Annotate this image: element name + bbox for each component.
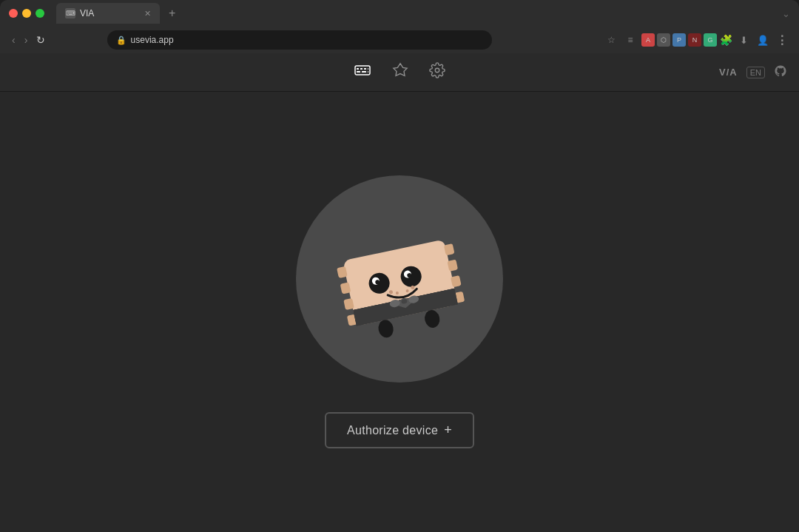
svg-rect-0: [355, 66, 370, 75]
app-container: V/A EN: [0, 53, 799, 532]
menu-icon[interactable]: ⋮: [774, 32, 790, 48]
nav-buttons: ‹ › ↻: [9, 33, 48, 47]
tabs-bar: ⌨ VIA ✕ +: [56, 3, 776, 24]
tab-strip-menu[interactable]: ⌄: [782, 8, 790, 19]
tab-close-button[interactable]: ✕: [144, 9, 151, 18]
keyboard-config-icon[interactable]: [351, 58, 374, 86]
toolbar-icons: [351, 58, 448, 86]
extensions-row: A ⬡ P N G 🧩: [641, 33, 732, 47]
toolbar-right: V/A EN: [719, 64, 787, 80]
url-field[interactable]: 🔒 usevia.app: [107, 30, 492, 50]
authorize-button-plus-icon: +: [444, 422, 452, 438]
close-button[interactable]: [9, 9, 18, 18]
maximize-button[interactable]: [36, 9, 44, 18]
authorize-device-button[interactable]: Authorize device +: [325, 412, 474, 448]
extension-2[interactable]: ⬡: [657, 33, 670, 47]
app-toolbar: V/A EN: [0, 53, 799, 92]
keyboard-mascot-circle: [296, 175, 503, 383]
traffic-lights: [9, 9, 44, 18]
via-logo: V/A: [719, 67, 738, 78]
language-selector[interactable]: EN: [746, 67, 765, 78]
svg-rect-3: [364, 68, 366, 70]
address-bar: ‹ › ↻ 🔒 usevia.app ☆ ≡ A ⬡ P N G 🧩 ⬇ 👤 ⋮: [0, 27, 799, 53]
download-icon[interactable]: ⬇: [735, 32, 752, 48]
lighting-config-icon[interactable]: [389, 59, 411, 85]
lock-icon: 🔒: [116, 36, 127, 45]
new-tab-button[interactable]: +: [164, 5, 180, 21]
extensions-puzzle[interactable]: 🧩: [719, 33, 732, 47]
bookmark-star-icon[interactable]: ☆: [603, 32, 619, 48]
svg-rect-5: [357, 71, 360, 73]
svg-point-36: [423, 309, 442, 329]
svg-rect-2: [360, 68, 363, 70]
back-button[interactable]: ‹: [9, 33, 18, 47]
svg-rect-1: [357, 68, 359, 70]
svg-rect-7: [368, 71, 368, 73]
extension-3[interactable]: P: [672, 33, 686, 47]
svg-point-35: [377, 318, 395, 339]
extension-5[interactable]: G: [704, 33, 717, 47]
svg-rect-6: [362, 71, 366, 73]
extension-4[interactable]: N: [688, 33, 701, 47]
settings-icon[interactable]: [426, 59, 448, 85]
github-icon[interactable]: [774, 64, 787, 80]
active-tab[interactable]: ⌨ VIA ✕: [56, 3, 160, 24]
tab-favicon: ⌨: [65, 8, 75, 18]
extension-1[interactable]: A: [641, 33, 655, 47]
profile-icon[interactable]: 👤: [755, 32, 771, 48]
browser-chrome: ⌨ VIA ✕ + ⌄ ‹ › ↻ 🔒 usevia.app ☆ ≡ A ⬡: [0, 0, 799, 53]
reading-list-icon[interactable]: ≡: [622, 32, 638, 48]
authorize-button-label: Authorize device: [347, 424, 438, 437]
title-bar: ⌨ VIA ✕ + ⌄: [0, 0, 799, 27]
svg-point-8: [435, 68, 439, 73]
forward-button[interactable]: ›: [21, 33, 31, 47]
keyboard-mascot: [326, 212, 473, 346]
tab-title: VIA: [80, 8, 94, 18]
reload-button[interactable]: ↻: [33, 33, 48, 47]
browser-actions: ☆ ≡ A ⬡ P N G 🧩 ⬇ 👤 ⋮: [603, 32, 790, 48]
url-text: usevia.app: [131, 35, 174, 45]
main-content: Authorize device +: [0, 92, 799, 532]
svg-rect-4: [368, 68, 368, 70]
minimize-button[interactable]: [22, 9, 31, 18]
